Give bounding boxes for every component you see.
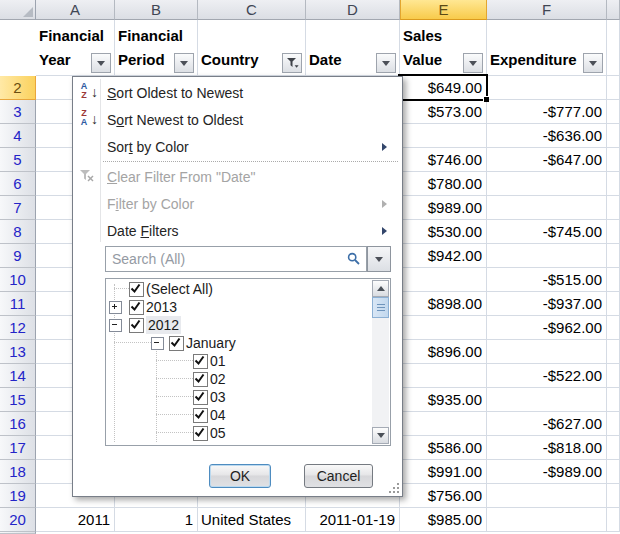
a-column-filter-button[interactable] (91, 53, 111, 73)
cell-F16[interactable]: -$627.00 (487, 412, 607, 436)
scroll-up-button[interactable] (372, 280, 389, 297)
column-header-D[interactable]: D (306, 0, 400, 20)
cell-E7[interactable]: $989.00 (400, 196, 487, 220)
row-header-18[interactable]: 18 (0, 460, 36, 484)
row-header-7[interactable]: 7 (0, 196, 36, 220)
tree-item-04[interactable]: 04 (107, 406, 372, 424)
tree-item-03[interactable]: 03 (107, 388, 372, 406)
tree-item-2012[interactable]: 2012 (107, 316, 372, 334)
cell-F3[interactable]: -$777.00 (487, 100, 607, 124)
row-header-5[interactable]: 5 (0, 148, 36, 172)
row-header-10[interactable]: 10 (0, 268, 36, 292)
cell-F9[interactable] (487, 244, 607, 268)
cell-F12[interactable]: -$962.00 (487, 316, 607, 340)
tree-item-02[interactable]: 02 (107, 370, 372, 388)
header-cell-B[interactable]: FinancialPeriod (115, 20, 198, 76)
row-header-13[interactable]: 13 (0, 340, 36, 364)
cell-F14[interactable]: -$522.00 (487, 364, 607, 388)
cell-E17[interactable]: $586.00 (400, 436, 487, 460)
column-header-B[interactable]: B (115, 0, 198, 20)
tree-item-2013[interactable]: 2013 (107, 298, 372, 316)
cell-F15[interactable] (487, 388, 607, 412)
tree-item-partial[interactable] (107, 442, 372, 444)
cell-F10[interactable]: -$515.00 (487, 268, 607, 292)
tree-checkbox-2012[interactable] (129, 318, 144, 333)
row-header-3[interactable]: 3 (0, 100, 36, 124)
row-header-6[interactable]: 6 (0, 172, 36, 196)
menu-item-date-filters[interactable]: Date Filters (74, 217, 401, 244)
row-header-14[interactable]: 14 (0, 364, 36, 388)
header-cell-C[interactable]: Country (198, 20, 306, 76)
scroll-down-button[interactable] (372, 427, 389, 444)
c-column-filter-button[interactable] (282, 53, 302, 73)
cell-F20[interactable] (487, 508, 607, 532)
tree-item-05[interactable]: 05 (107, 424, 372, 442)
tree-item-select-all[interactable]: (Select All) (107, 280, 372, 298)
cell-E13[interactable]: $896.00 (400, 340, 487, 364)
row-header-15[interactable]: 15 (0, 388, 36, 412)
cell-E12[interactable] (400, 316, 487, 340)
selected-cell-outline[interactable] (398, 74, 488, 101)
column-header-F[interactable]: F (487, 0, 607, 20)
column-header-A[interactable]: A (36, 0, 115, 20)
row-header-19[interactable]: 19 (0, 484, 36, 508)
tree-checkbox-2013[interactable] (129, 300, 144, 315)
cell-F17[interactable]: -$818.00 (487, 436, 607, 460)
tree-checkbox-05[interactable] (193, 426, 208, 441)
menu-item-filter-by-color[interactable]: Filter by Color (74, 190, 401, 217)
cell-E6[interactable]: $780.00 (400, 172, 487, 196)
cell-F11[interactable]: -$937.00 (487, 292, 607, 316)
column-header-C[interactable]: C (198, 0, 306, 20)
row-header-20[interactable]: 20 (0, 508, 36, 532)
menu-item-sort-newest-to-oldest[interactable]: ZA↓Sort Newest to Oldest (74, 106, 401, 133)
tree-item-january[interactable]: January (107, 334, 372, 352)
column-header-E[interactable]: E (400, 0, 487, 20)
cell-E10[interactable] (400, 268, 487, 292)
row-header-4[interactable]: 4 (0, 124, 36, 148)
cell-E3[interactable]: $573.00 (400, 100, 487, 124)
cell-E5[interactable]: $746.00 (400, 148, 487, 172)
row-header-16[interactable]: 16 (0, 412, 36, 436)
row-header-2[interactable]: 2 (0, 76, 36, 100)
row-header-8[interactable]: 8 (0, 220, 36, 244)
tree-checkbox-04[interactable] (193, 408, 208, 423)
select-all-corner[interactable] (0, 0, 36, 20)
tree-checkbox-january[interactable] (169, 336, 184, 351)
cell-E14[interactable] (400, 364, 487, 388)
fill-handle[interactable] (483, 96, 489, 102)
tree-checkbox-select-all[interactable] (129, 282, 144, 297)
expander-minus-icon[interactable] (151, 337, 164, 350)
cancel-button[interactable]: Cancel (304, 464, 373, 488)
cell-E15[interactable]: $935.00 (400, 388, 487, 412)
b-column-filter-button[interactable] (174, 53, 194, 73)
cell-F6[interactable] (487, 172, 607, 196)
cell-A20[interactable]: 2011 (36, 508, 115, 532)
cell-E18[interactable]: $991.00 (400, 460, 487, 484)
ok-button[interactable]: OK (209, 464, 271, 488)
cell-F2[interactable] (487, 76, 607, 100)
cell-E9[interactable]: $942.00 (400, 244, 487, 268)
scroll-thumb[interactable] (372, 297, 389, 318)
cell-E8[interactable]: $530.00 (400, 220, 487, 244)
cell-B20[interactable]: 1 (115, 508, 198, 532)
f-column-filter-button[interactable] (583, 53, 603, 73)
filter-search-box[interactable] (105, 246, 367, 272)
row-header-11[interactable]: 11 (0, 292, 36, 316)
cell-E20[interactable]: $985.00 (400, 508, 487, 532)
tree-checkbox-02[interactable] (193, 372, 208, 387)
header-cell-E[interactable]: SalesValue (400, 20, 487, 76)
e-column-filter-button[interactable] (463, 53, 483, 73)
header-cell-D[interactable]: Date (306, 20, 400, 76)
cell-F13[interactable] (487, 340, 607, 364)
expander-plus-icon[interactable] (109, 301, 122, 314)
tree-checkbox-03[interactable] (193, 390, 208, 405)
expander-minus-icon[interactable] (109, 319, 122, 332)
tree-checkbox-01[interactable] (193, 354, 208, 369)
search-input[interactable] (110, 249, 344, 269)
cell-E19[interactable]: $756.00 (400, 484, 487, 508)
cell-E11[interactable]: $898.00 (400, 292, 487, 316)
resize-grip[interactable] (389, 483, 399, 493)
menu-item-clear-filter-from-date[interactable]: Clear Filter From "Date" (74, 163, 401, 190)
cell-E16[interactable] (400, 412, 487, 436)
search-dropdown-button[interactable] (367, 246, 391, 272)
